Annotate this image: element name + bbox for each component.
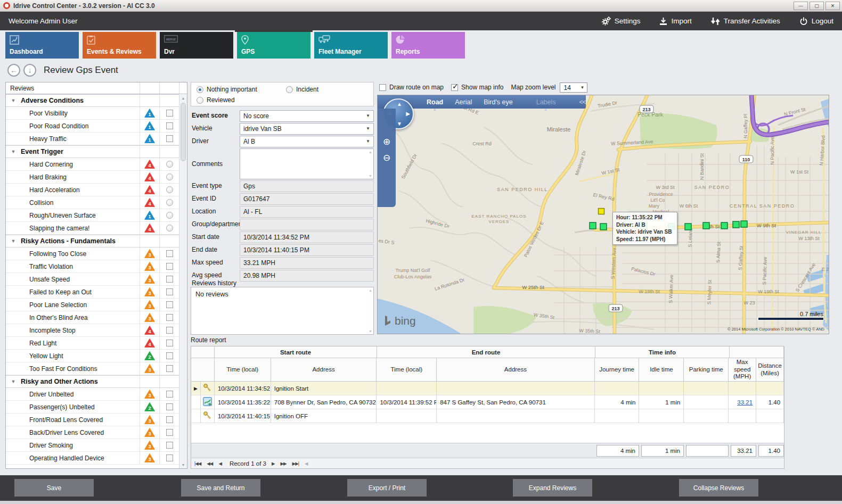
map-view-birdseye[interactable]: Bird's eye	[484, 98, 513, 106]
review-item-row[interactable]: Driver Smoking3	[6, 439, 179, 452]
radio-icon[interactable]	[197, 97, 203, 104]
gps-point-marker[interactable]	[721, 222, 727, 229]
review-item-row[interactable]: Driver Unbelted3	[6, 388, 179, 401]
review-item-checkbox[interactable]	[166, 352, 173, 359]
review-item-row[interactable]: Hard Cornering4	[6, 158, 179, 171]
radio-icon[interactable]	[197, 86, 203, 93]
collapse-arrow-icon[interactable]: ▼	[6, 379, 21, 384]
gps-point-marker[interactable]	[733, 221, 739, 228]
review-item-row[interactable]: Failed to Keep an Out3	[6, 286, 179, 299]
review-item-checkbox[interactable]	[166, 301, 173, 308]
review-item-checkbox[interactable]	[166, 122, 173, 129]
review-item-checkbox[interactable]	[166, 455, 173, 461]
show-map-info-checkbox[interactable]	[451, 84, 458, 91]
tab-gps[interactable]: GPS	[237, 32, 310, 59]
review-group-row[interactable]: ▼Adverse Conditions	[6, 94, 179, 107]
field-dropdown[interactable]: No score▼	[240, 110, 374, 122]
map-view-aerial[interactable]: Aerial	[455, 98, 472, 106]
review-item-checkbox[interactable]	[166, 327, 173, 334]
review-item-row[interactable]: Yellow Light2	[6, 350, 179, 362]
export-print-button[interactable]: Export / Print	[347, 479, 427, 497]
review-item-row[interactable]: Heavy Traffic1	[6, 133, 179, 145]
field-dropdown[interactable]: idrive Van SB▼	[240, 123, 374, 135]
collapse-reviews-button[interactable]: Collapse Reviews	[679, 479, 758, 497]
tab-reports[interactable]: Reports	[391, 32, 465, 59]
show-map-info-label[interactable]: Show map info	[461, 84, 503, 91]
review-item-checkbox[interactable]	[166, 340, 173, 346]
review-item-radio[interactable]	[166, 225, 173, 232]
review-item-row[interactable]: Following Too Close3	[6, 247, 179, 260]
review-item-radio[interactable]	[166, 186, 173, 193]
import-button[interactable]: Import	[659, 17, 691, 26]
review-item-row[interactable]: Incomplete Stop4	[6, 324, 179, 337]
review-item-checkbox[interactable]	[166, 442, 173, 449]
nav-extra-button[interactable]: ◀	[305, 461, 308, 466]
review-item-row[interactable]: Unsafe Speed3	[6, 273, 179, 286]
review-item-row[interactable]: Traffic Violation3	[6, 260, 179, 273]
pan-right-icon[interactable]: ▶	[406, 111, 410, 117]
nav-next-page-button[interactable]: ▶▶	[281, 461, 287, 466]
zoom-in-button[interactable]: ⊕	[380, 136, 393, 149]
review-item-checkbox[interactable]	[166, 365, 173, 372]
pan-down-icon[interactable]: ▼	[397, 121, 402, 127]
review-item-checkbox[interactable]	[166, 288, 173, 295]
review-item-row[interactable]: Red Light4	[6, 337, 179, 350]
review-item-radio[interactable]	[166, 199, 173, 206]
radio-icon[interactable]	[286, 86, 293, 93]
review-item-row[interactable]: Rough/Uneven Surface1	[6, 209, 179, 222]
review-item-row[interactable]: Hard Acceleration4	[6, 184, 179, 196]
draw-route-label[interactable]: Draw route on map	[389, 84, 444, 91]
review-item-row[interactable]: In Other's Blind Area3	[6, 311, 179, 324]
review-item-row[interactable]: Operating Handled Device3	[6, 452, 179, 465]
review-item-checkbox[interactable]	[166, 314, 173, 321]
review-item-row[interactable]: Back/Driver Lens Covered3	[6, 426, 179, 439]
gps-start-marker[interactable]	[599, 209, 604, 214]
back-button[interactable]: ←	[7, 64, 20, 77]
collapse-toolbar-button[interactable]: <<	[579, 98, 586, 106]
transfer-button[interactable]: Transfer Activities	[711, 17, 780, 26]
review-group-row[interactable]: ▼Risky Actions - Fundamentals	[6, 235, 179, 247]
map-zoom-select[interactable]: 14 ▼	[560, 82, 587, 93]
reviews-scrollbar[interactable]: ▲ ▼	[179, 95, 187, 468]
review-item-row[interactable]: Slapping the camera!4	[6, 222, 179, 235]
nav-first-button[interactable]: |◀◀	[194, 461, 201, 466]
close-button[interactable]: ✕	[825, 2, 840, 10]
review-item-row[interactable]: Collision4	[6, 196, 179, 209]
route-table-row[interactable]: 10/3/2014 11:40:15 PMIgnition OFF	[191, 409, 784, 423]
save-button[interactable]: Save	[14, 479, 94, 497]
review-item-checkbox[interactable]	[166, 403, 173, 410]
review-item-row[interactable]: Poor Lane Selection3	[6, 299, 179, 311]
review-item-checkbox[interactable]	[166, 416, 173, 423]
down-button[interactable]: ↓	[23, 64, 36, 77]
gps-point-marker[interactable]	[590, 222, 596, 229]
gps-point-marker[interactable]	[685, 224, 691, 230]
route-table-row[interactable]: 10/3/2014 11:35:22 PM708 Bynner Dr, San …	[191, 395, 784, 409]
bing-map[interactable]: Trudie DrCrest Rd EPeck ParkMiralesteCre…	[377, 95, 829, 334]
review-item-row[interactable]: Too Fast For Conditions3	[6, 362, 179, 375]
review-item-checkbox[interactable]	[166, 135, 173, 142]
scroll-up-icon[interactable]: ▲	[179, 95, 187, 102]
nav-prev-button[interactable]: ◀	[218, 461, 222, 466]
tab-dvr[interactable]: MERGEDvr	[160, 32, 233, 59]
map-view-road[interactable]: Road	[427, 98, 443, 106]
scrollbar-thumb[interactable]	[181, 103, 186, 161]
collapse-arrow-icon[interactable]: ▼	[6, 98, 21, 103]
review-group-row[interactable]: ▼Risky and Other Actions	[6, 375, 179, 388]
tab-dashboard[interactable]: Dashboard	[5, 32, 79, 59]
route-table-row[interactable]: ▶10/3/2014 11:34:52 PMIgnition Start	[191, 382, 784, 395]
comments-text-area[interactable]: ▲▼	[240, 148, 374, 179]
review-item-radio[interactable]	[166, 161, 173, 168]
review-item-radio[interactable]	[166, 173, 173, 180]
gps-point-marker[interactable]	[600, 224, 607, 230]
review-item-checkbox[interactable]	[166, 263, 173, 270]
status-radio-1[interactable]: Nothing important	[197, 86, 257, 93]
status-radio-3[interactable]: Reviewed	[197, 96, 235, 104]
review-group-row[interactable]: ▼Event Trigger	[6, 145, 179, 158]
review-item-checkbox[interactable]	[166, 276, 173, 283]
collapse-arrow-icon[interactable]: ▼	[6, 238, 21, 244]
review-item-checkbox[interactable]	[166, 429, 173, 436]
minimize-button[interactable]: —	[794, 2, 808, 10]
save-and-return-button[interactable]: Save and Return	[181, 479, 260, 497]
settings-button[interactable]: Settings	[602, 16, 641, 26]
review-item-checkbox[interactable]	[166, 110, 173, 117]
